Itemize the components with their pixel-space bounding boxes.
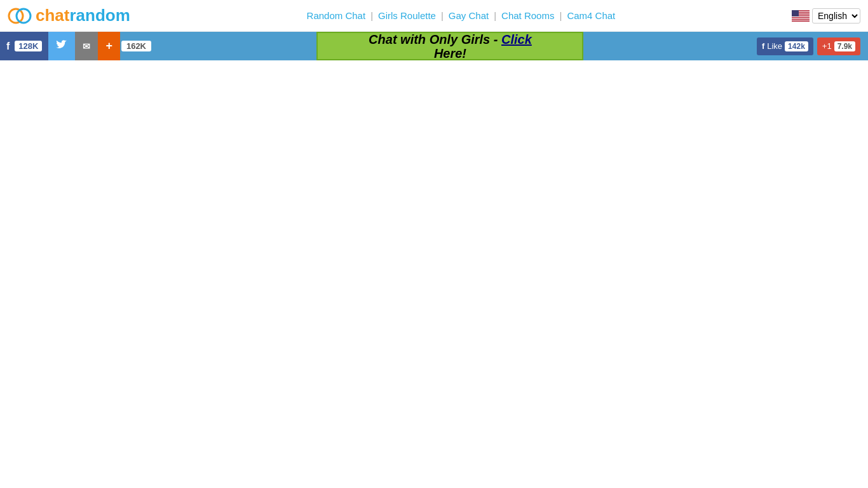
svg-rect-11 <box>792 18 810 18</box>
total-share-count: 162K <box>121 41 151 51</box>
center-banner: Chat with Only Girls - Click Here! <box>151 32 749 60</box>
facebook-like-count: 142k <box>785 41 808 51</box>
facebook-icon: f <box>6 41 10 52</box>
facebook-like-label: Like <box>767 41 782 51</box>
logo-random: random <box>69 6 130 25</box>
svg-rect-9 <box>792 16 810 17</box>
facebook-share-button[interactable]: f 128K <box>0 32 48 60</box>
banner-click-text: Click <box>501 32 532 46</box>
nav-sep-3: | <box>494 10 496 21</box>
svg-rect-12 <box>792 18 810 19</box>
banner-here-text: Here! <box>434 46 466 60</box>
logo-text: chatrandom <box>36 6 130 25</box>
svg-rect-14 <box>792 20 810 21</box>
svg-rect-15 <box>792 10 799 17</box>
nav-gay-chat[interactable]: Gay Chat <box>445 10 492 21</box>
header: chatrandom Random Chat | Girls Roulette … <box>0 0 868 32</box>
nav-cam4-chat[interactable]: Cam4 Chat <box>563 10 619 21</box>
social-bar: f 128K ✉ + 162K Chat with Only Girls - C… <box>0 32 868 60</box>
facebook-like-icon: f <box>762 41 764 51</box>
nav-links: Random Chat | Girls Roulette | Gay Chat … <box>303 10 620 21</box>
girls-chat-banner[interactable]: Chat with Only Girls - Click Here! <box>316 32 583 60</box>
gplus-count: 7.9k <box>834 41 855 51</box>
nav-sep-1: | <box>370 10 373 21</box>
gplus-box: +1 7.9k <box>817 37 860 55</box>
twitter-icon <box>56 40 67 52</box>
logo-icon <box>8 4 32 28</box>
language-select[interactable]: English <box>812 8 860 24</box>
twitter-share-button[interactable] <box>48 32 75 60</box>
facebook-like-box: f Like 142k <box>757 37 813 55</box>
main-content <box>0 60 868 488</box>
email-share-button[interactable]: ✉ <box>75 32 98 60</box>
nav-sep-2: | <box>441 10 444 21</box>
nav-random-chat[interactable]: Random Chat <box>303 10 370 21</box>
banner-main-text: Chat with Only Girls - Click <box>369 32 532 46</box>
email-icon: ✉ <box>83 41 90 51</box>
banner-text: Chat with Only Girls - Click Here! <box>369 32 532 60</box>
svg-rect-10 <box>792 17 810 18</box>
lang-selector: English <box>792 8 860 24</box>
more-share-button[interactable]: + <box>98 32 120 60</box>
gplus-label: +1 <box>822 41 832 51</box>
svg-rect-13 <box>792 20 810 20</box>
right-social: f Like 142k +1 7.9k <box>749 37 868 55</box>
nav-chat-rooms[interactable]: Chat Rooms <box>498 10 558 21</box>
nav-girls-roulette[interactable]: Girls Roulette <box>374 10 440 21</box>
flag-icon <box>792 10 810 22</box>
logo-chat: chat <box>36 6 69 25</box>
plus-icon: + <box>105 39 112 53</box>
logo-area: chatrandom <box>8 4 130 28</box>
nav-sep-4: | <box>559 10 562 21</box>
facebook-share-count: 128K <box>15 41 42 51</box>
